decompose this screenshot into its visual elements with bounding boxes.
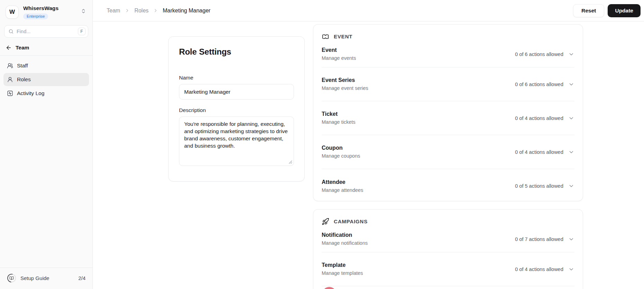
permission-row-title: Coupon xyxy=(322,144,360,151)
permission-row-count: 0 of 4 actions allowed xyxy=(515,267,563,272)
permission-row-subtitle: Manage events xyxy=(322,55,356,62)
chevron-right-icon xyxy=(125,8,130,13)
update-button[interactable]: Update xyxy=(608,4,641,17)
reset-button[interactable]: Reset xyxy=(573,4,604,17)
role-name-input[interactable] xyxy=(179,84,294,100)
role-editor-page: W WhisersWags Enterprise F Team xyxy=(0,0,644,289)
role-settings-title: Role Settings xyxy=(179,47,294,57)
breadcrumb-roles[interactable]: Roles xyxy=(134,8,149,14)
permission-row-title: Ticket xyxy=(322,111,356,118)
search-shortcut-badge: F xyxy=(78,28,86,35)
permission-row-count: 0 of 5 actions allowed xyxy=(515,183,563,189)
org-switcher[interactable]: W WhisersWags Enterprise xyxy=(0,0,92,23)
partial-section-icon xyxy=(322,287,336,289)
permission-row-count: 0 of 7 actions allowed xyxy=(515,236,563,242)
breadcrumb: Team Roles Marketing Manager xyxy=(107,8,211,14)
breadcrumb-current: Marketing Manager xyxy=(163,8,211,14)
sidebar-item-label: Staff xyxy=(17,63,28,69)
chevrons-up-down-icon[interactable] xyxy=(81,8,86,14)
permission-row-subtitle: Manage coupons xyxy=(322,153,360,159)
role-description-textarea[interactable]: You're responsible for planning, executi… xyxy=(179,116,294,166)
permission-row-subtitle: Manage notifications xyxy=(322,240,368,246)
permission-section-card: EVENT Event Manage events 0 of 6 actions… xyxy=(313,24,583,201)
permission-row-title: Attendee xyxy=(322,179,363,186)
chevron-down-icon[interactable] xyxy=(568,183,574,189)
permission-row[interactable]: Notification Manage notifications 0 of 7… xyxy=(322,226,574,252)
search-box[interactable]: F xyxy=(4,25,88,38)
arrow-left-icon xyxy=(6,45,12,51)
setup-guide[interactable]: Setup Guide 2/4 xyxy=(0,268,92,289)
sidebar-item-label: Activity Log xyxy=(17,90,44,96)
permission-row-text: Coupon Manage coupons xyxy=(322,144,360,159)
sidebar: W WhisersWags Enterprise F Team xyxy=(0,0,93,289)
sidebar-item-label: Roles xyxy=(17,76,31,83)
page-header: Team Roles Marketing Manager Reset Updat… xyxy=(93,0,644,21)
role-settings-card: Role Settings Name Description You're re… xyxy=(168,36,305,181)
permission-row-meta: 0 of 6 actions allowed xyxy=(515,51,574,57)
permission-section-title: EVENT xyxy=(334,34,352,39)
description-field-wrap: You're responsible for planning, executi… xyxy=(179,116,294,166)
permission-row-title: Template xyxy=(322,262,363,269)
permission-row[interactable]: Event Manage events 0 of 6 actions allow… xyxy=(322,41,574,67)
sidebar-item-roles[interactable]: Roles xyxy=(3,73,89,86)
sidebar-item-staff[interactable]: Staff xyxy=(3,59,89,72)
users-icon xyxy=(7,63,13,69)
permission-row-text: Notification Manage notifications xyxy=(322,232,368,246)
org-meta: WhisersWags Enterprise xyxy=(23,5,59,19)
chevron-down-icon[interactable] xyxy=(568,236,574,242)
chevron-down-icon[interactable] xyxy=(568,51,574,57)
permission-row-meta: 0 of 7 actions allowed xyxy=(515,236,574,242)
permission-section-header: EVENT xyxy=(322,25,574,41)
permission-rows: Notification Manage notifications 0 of 7… xyxy=(322,226,574,286)
permission-row-title: Notification xyxy=(322,232,368,239)
rocket-icon xyxy=(322,218,329,225)
permission-row[interactable]: Coupon Manage coupons 0 of 4 actions all… xyxy=(322,135,574,169)
permission-row[interactable]: Attendee Manage attendees 0 of 5 actions… xyxy=(322,169,574,201)
chevron-down-icon[interactable] xyxy=(568,81,574,87)
permission-row-count: 0 of 4 actions allowed xyxy=(515,149,563,155)
permission-row-subtitle: Manage templates xyxy=(322,270,363,277)
org-name: WhisersWags xyxy=(23,5,59,11)
back-to-team[interactable]: Team xyxy=(0,39,92,55)
permission-section-title: CAMPAIGNS xyxy=(334,218,368,224)
org-avatar: W xyxy=(6,6,19,19)
permission-row-subtitle: Manage attendees xyxy=(322,187,363,194)
permission-row-meta: 0 of 5 actions allowed xyxy=(515,183,574,189)
permission-row[interactable]: Event Series Manage event series 0 of 6 … xyxy=(322,67,574,101)
permission-row-text: Attendee Manage attendees xyxy=(322,179,363,194)
permission-row-meta: 0 of 6 actions allowed xyxy=(515,81,574,87)
permission-row[interactable]: Template Manage templates 0 of 4 actions… xyxy=(322,252,574,286)
ticket-icon xyxy=(322,33,329,40)
permission-row-text: Event Series Manage event series xyxy=(322,77,368,92)
permission-row-subtitle: Manage tickets xyxy=(322,119,356,125)
chevron-right-icon xyxy=(153,8,158,13)
permission-row-title: Event xyxy=(322,47,356,54)
name-label: Name xyxy=(179,75,294,81)
permission-row-meta: 0 of 4 actions allowed xyxy=(515,115,574,121)
permission-row-title: Event Series xyxy=(322,77,368,84)
setup-guide-progress: 2/4 xyxy=(78,275,86,281)
header-actions: Reset Update xyxy=(573,4,641,17)
org-initial: W xyxy=(9,9,15,16)
permission-row-count: 0 of 6 actions allowed xyxy=(515,82,563,87)
permission-row[interactable]: Ticket Manage tickets 0 of 4 actions all… xyxy=(322,101,574,135)
description-label: Description xyxy=(179,107,294,113)
search-icon xyxy=(8,29,14,34)
org-plan-badge: Enterprise xyxy=(23,13,48,19)
permission-row-meta: 0 of 4 actions allowed xyxy=(515,149,574,155)
chevron-down-icon[interactable] xyxy=(568,115,574,121)
chevron-down-icon[interactable] xyxy=(568,149,574,155)
permission-row-count: 0 of 4 actions allowed xyxy=(515,115,563,121)
search-input[interactable] xyxy=(17,29,75,34)
back-label: Team xyxy=(16,45,29,51)
permission-row-count: 0 of 6 actions allowed xyxy=(515,52,563,57)
permission-row-meta: 0 of 4 actions allowed xyxy=(515,266,574,272)
activity-log-icon xyxy=(7,90,13,96)
breadcrumb-team[interactable]: Team xyxy=(107,8,120,14)
permission-section-card: CAMPAIGNS Notification Manage notificati… xyxy=(313,209,583,289)
permission-row-text: Ticket Manage tickets xyxy=(322,111,356,125)
chevron-down-icon[interactable] xyxy=(568,266,574,272)
sidebar-item-activity-log[interactable]: Activity Log xyxy=(3,87,89,100)
setup-guide-label: Setup Guide xyxy=(20,275,49,281)
permission-row-text: Event Manage events xyxy=(322,47,356,62)
